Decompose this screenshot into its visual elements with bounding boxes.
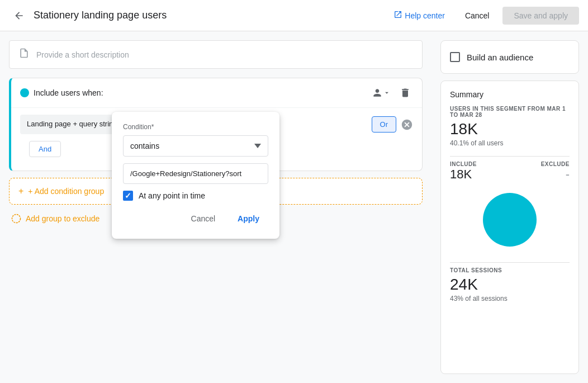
- build-audience-card: Build an audience: [440, 40, 579, 74]
- donut-chart: [450, 186, 570, 253]
- include-dot: [20, 88, 29, 97]
- svg-point-3: [483, 193, 537, 247]
- header-actions: Help center Cancel Save and apply: [387, 6, 579, 26]
- divider-1: [450, 156, 570, 157]
- add-exclude-label: Add group to exclude: [26, 214, 99, 223]
- include-label: Include users when:: [20, 88, 103, 97]
- any-time-label: At any point in time: [139, 191, 205, 200]
- total-sessions-section: TOTAL SESSIONS 24K 43% of all sessions: [450, 267, 570, 302]
- total-sessions-sub: 43% of all sessions: [450, 295, 570, 302]
- help-center-link[interactable]: Help center: [387, 6, 452, 26]
- page-title: Stationery landing page users: [34, 10, 387, 21]
- total-sessions-value: 24K: [450, 276, 570, 294]
- delete-group-button[interactable]: [397, 85, 413, 101]
- users-segment-value: 18K: [450, 120, 570, 138]
- help-center-label: Help center: [405, 11, 445, 20]
- include-col-label: INCLUDE: [450, 161, 477, 167]
- person-icon-btn[interactable]: [369, 85, 393, 101]
- save-apply-button[interactable]: Save and apply: [502, 7, 579, 25]
- or-button[interactable]: Or: [372, 116, 396, 133]
- include-users-label: Include users when:: [34, 88, 103, 97]
- document-icon: [18, 48, 30, 62]
- users-segment-sub: 40.1% of all users: [450, 139, 570, 147]
- exclude-col-label: EXCLUDE: [541, 161, 570, 167]
- description-bar: Provide a short description: [9, 40, 423, 69]
- exclude-col: EXCLUDE -: [541, 161, 570, 182]
- back-button[interactable]: [9, 6, 29, 26]
- include-col-value: 18K: [450, 167, 477, 182]
- right-panel: Build an audience Summary USERS IN THIS …: [431, 31, 588, 383]
- build-audience-checkbox[interactable]: [450, 52, 460, 62]
- popup-cancel-button[interactable]: Cancel: [182, 210, 225, 228]
- build-audience-label: Build an audience: [467, 53, 533, 62]
- summary-card: Summary USERS IN THIS SEGMENT FROM MAR 1…: [440, 81, 579, 374]
- dimension-label: Landing page + query string: [27, 120, 117, 129]
- divider-2: [450, 262, 570, 263]
- condition-popup-label: Condition*: [123, 123, 268, 131]
- add-condition-label: + Add condition group: [28, 187, 104, 196]
- checkmark-icon: ✓: [125, 191, 131, 200]
- plus-icon: +: [18, 186, 23, 196]
- users-segment-section: USERS IN THIS SEGMENT FROM MAR 1 TO MAR …: [450, 106, 570, 147]
- any-time-row: ✓ At any point in time: [123, 191, 268, 201]
- header: Stationery landing page users Help cente…: [0, 0, 588, 31]
- and-button[interactable]: And: [29, 141, 61, 157]
- cancel-button[interactable]: Cancel: [456, 7, 499, 25]
- svg-point-0: [12, 215, 21, 223]
- remove-filter-button[interactable]: [401, 119, 413, 131]
- any-time-checkbox[interactable]: ✓: [123, 191, 133, 201]
- exclude-col-value: -: [541, 167, 570, 182]
- popup-apply-button[interactable]: Apply: [229, 210, 268, 228]
- main-layout: Provide a short description Include user…: [0, 31, 588, 383]
- include-exclude-row: INCLUDE 18K EXCLUDE -: [450, 161, 570, 182]
- condition-group-actions: [369, 85, 413, 101]
- condition-select[interactable]: contains does not contain begins with en…: [123, 135, 268, 157]
- summary-title: Summary: [450, 90, 570, 99]
- popup-actions: Cancel Apply: [123, 210, 268, 228]
- description-placeholder[interactable]: Provide a short description: [36, 50, 129, 59]
- condition-group-header: Include users when:: [11, 78, 422, 108]
- external-link-icon: [393, 10, 402, 21]
- users-segment-label: USERS IN THIS SEGMENT FROM MAR 1 TO MAR …: [450, 106, 570, 118]
- total-sessions-label: TOTAL SESSIONS: [450, 267, 570, 273]
- include-col: INCLUDE 18K: [450, 161, 477, 182]
- condition-popup: Condition* contains does not contain beg…: [112, 112, 279, 239]
- condition-value-input[interactable]: [123, 163, 268, 184]
